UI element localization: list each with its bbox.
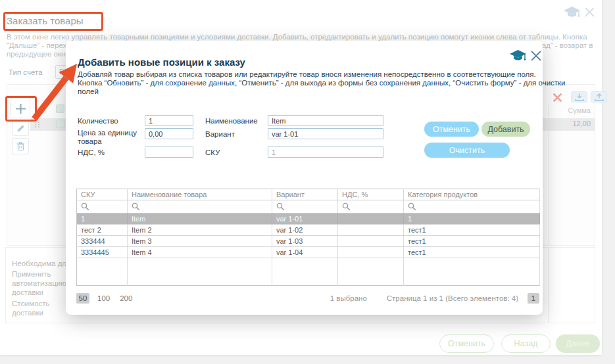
vat-input[interactable] [145,147,193,158]
add-item-button[interactable] [11,99,30,118]
page-title: Заказать товары [7,15,84,26]
vat-label: НДС, % [78,148,105,157]
page-size-100[interactable]: 100 [95,293,112,304]
column-header-name[interactable]: Наименование товара [128,189,272,200]
selected-count: 1 выбрано [330,294,367,302]
table-header-row: СКУ Наименование товара Вариант НДС, % К… [77,189,540,200]
price-label: Цена за единицу товара [78,129,143,146]
modal-clear-button[interactable]: Очистить [424,143,510,158]
import-icon[interactable] [571,91,587,102]
modal-description-line: Кнопка “Обновить” - для сохранение данны… [78,79,566,87]
variant-input[interactable] [268,128,383,139]
current-page-button[interactable]: 1 [528,293,539,304]
page-size-50[interactable]: 50 [76,293,89,304]
column-header-variant[interactable]: Вариант [272,189,338,200]
account-type-label: Тип счета [9,68,43,76]
filter-variant[interactable] [272,200,338,214]
edit-item-button[interactable] [12,121,29,136]
sku-input[interactable] [268,147,383,158]
modal-add-button[interactable]: Добавить [481,122,530,137]
back-button[interactable]: Назад [501,334,551,353]
price-input[interactable] [145,128,193,139]
filter-sku[interactable] [77,200,128,214]
close-icon[interactable] [585,7,595,17]
tutorial-cap-icon[interactable] [563,6,581,20]
modal-title: Добавить новые позиции к заказу [78,57,245,68]
page-size-200[interactable]: 200 [118,293,134,304]
tutorial-cap-icon[interactable] [509,49,527,63]
column-header-sku[interactable]: СКУ [77,189,128,200]
products-table: СКУ Наименование товара Вариант НДС, % К… [76,189,540,286]
table-filter-row [77,200,540,214]
column-header-category[interactable]: Категория продуктов [404,189,540,200]
table-row[interactable]: тест 2 Item 2 var 1-02 тест1 [77,225,540,236]
bg-table-fragment [56,104,64,113]
variant-label: Вариант [205,130,235,139]
modal-description-line: полей [78,87,99,95]
filter-category[interactable] [404,200,540,214]
table-row[interactable]: 333444 Item 3 var 1-03 тест1 [77,236,540,247]
pagination-bar: 50 100 200 1 выбрано Страница 1 из 1 (Вс… [76,293,539,304]
modal-cancel-button[interactable]: Отменить [424,122,479,137]
next-button[interactable]: Далее [556,334,600,353]
export-icon[interactable] [591,91,607,102]
remove-row-icon[interactable] [553,93,562,102]
delivery-section-line [548,248,549,323]
filter-vat[interactable] [338,200,404,214]
need-delivery-label: Необходима доставка [12,259,66,268]
name-input[interactable] [268,115,383,126]
drag-handle-icon[interactable] [34,121,40,128]
table-row[interactable]: 1 Item var 1-01 1 [77,214,540,225]
auto-delivery-label: Применить автоматизацию доставки [12,269,67,297]
name-label: Наименование [205,117,258,125]
delivery-cost-label: Стоимость доставки [12,299,67,317]
bg-sum-cell: 12,00 [548,120,595,127]
page-info: Страница 1 из 1 (Всего элементов: 4) [387,294,518,302]
modal-close-icon[interactable] [531,51,541,61]
table-empty-area [77,258,540,286]
delete-item-button[interactable] [12,138,29,154]
page-description-line: В этом окне легко управлять товарными по… [7,33,587,41]
filter-name[interactable] [128,200,272,214]
modal-description-line: Добавляй товар выбирая из списка товаров… [78,70,536,78]
add-items-modal: Добавить новые позиции к заказу Добавляй… [66,41,543,315]
bg-table-fragment [56,120,64,128]
page-description-line: предыдущее окно. [7,50,72,58]
column-header-vat[interactable]: НДС, % [338,189,404,200]
quantity-label: Количество [78,117,118,125]
bg-sum-column-header: Сумма [548,106,595,114]
table-row[interactable]: 3334445 Item 4 var 1-04 тест1 [77,247,540,258]
sku-label: СКУ [205,148,220,157]
quantity-input[interactable] [145,115,193,126]
cancel-button[interactable]: Отменить [439,334,494,353]
